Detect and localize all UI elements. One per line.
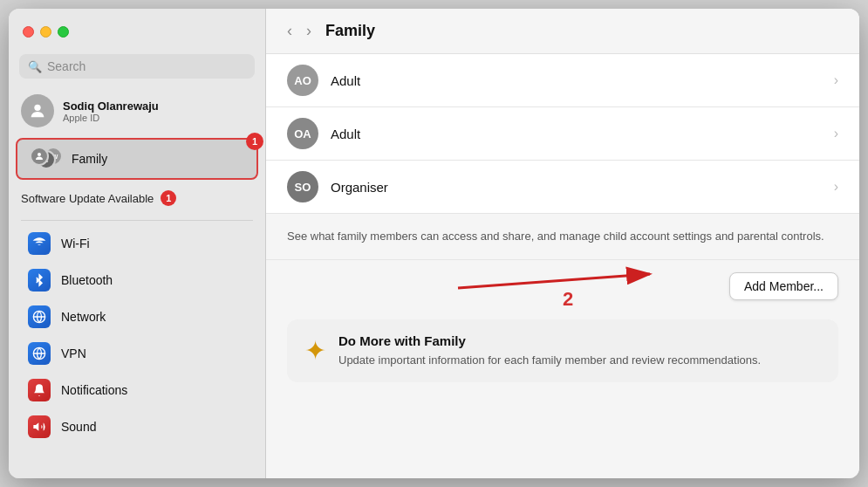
bluetooth-icon [28,269,51,292]
member-role-so: Organiser [331,180,822,195]
network-label: Network [61,310,106,324]
chevron-right-icon-oa: › [834,126,838,141]
main-window: 🔍 Search Sodiq Olanrewaju Apple ID [9,9,859,478]
avatar [21,94,54,127]
software-update-label: Software Update Available [21,192,154,205]
chevron-right-icon-ao: › [834,72,838,88]
family-avatars: C JW [30,147,63,171]
notifications-icon [28,379,51,401]
step2-label: 2 [563,288,573,311]
software-update-badge: 1 [161,190,176,206]
arrow-annotation [441,253,720,297]
notifications-label: Notifications [61,383,127,397]
vpn-icon [28,342,51,365]
forward-button[interactable]: › [303,20,315,42]
main-content: AO Adult › OA Adult › SO Organiser › See… [266,54,859,478]
sound-label: Sound [61,420,96,434]
member-row-so[interactable]: SO Organiser › [266,161,859,214]
member-row-oa[interactable]: OA Adult › [266,107,859,161]
add-member-section: 2 Add Member... [266,260,859,312]
search-icon: 🔍 [28,60,42,73]
promo-card: ✦ Do More with Family Update important i… [287,319,838,383]
main-panel: ‹ › Family AO Adult › OA Adult › SO [266,9,859,478]
svg-marker-4 [33,422,38,430]
member-avatar-so: SO [287,171,318,202]
sidebar-item-notifications[interactable]: Notifications [16,373,258,408]
svg-point-1 [38,153,41,156]
wifi-icon [28,232,51,255]
sidebar-item-sound[interactable]: Sound [16,409,258,444]
divider [21,220,253,221]
sidebar: 🔍 Search Sodiq Olanrewaju Apple ID [9,9,266,478]
sidebar-item-network[interactable]: Network [16,299,258,334]
user-section[interactable]: Sodiq Olanrewaju Apple ID [9,87,265,134]
back-button[interactable]: ‹ [284,20,296,42]
page-title: Family [325,22,375,40]
add-member-button[interactable]: Add Member... [729,272,838,300]
member-role-ao: Adult [331,73,822,88]
titlebar [9,9,265,54]
user-subtitle: Apple ID [63,113,159,123]
network-icon [28,305,51,328]
family-step-badge: 1 [246,133,263,150]
sound-icon [28,415,51,438]
member-avatar-oa: OA [287,118,318,149]
maximize-button[interactable] [58,26,69,38]
chevron-right-icon-so: › [834,179,838,195]
promo-text: Do More with Family Update important inf… [338,333,761,369]
traffic-lights [23,26,69,38]
svg-point-0 [34,105,40,111]
family-description-text: See what family members can access and s… [287,230,824,243]
software-update-row[interactable]: Software Update Available 1 [9,185,265,211]
sidebar-item-bluetooth[interactable]: Bluetooth [16,263,258,298]
search-bar[interactable]: 🔍 Search [19,54,255,79]
members-list: AO Adult › OA Adult › SO Organiser › [266,54,859,214]
member-row-ao[interactable]: AO Adult › [266,54,859,107]
sparkles-icon: ✦ [304,335,326,366]
family-description: See what family members can access and s… [266,214,859,260]
user-info: Sodiq Olanrewaju Apple ID [63,99,159,123]
family-avatar-1 [30,147,49,166]
sidebar-item-vpn[interactable]: VPN [16,336,258,371]
member-role-oa: Adult [331,127,822,141]
user-name: Sodiq Olanrewaju [63,99,159,113]
bluetooth-label: Bluetooth [61,273,113,287]
family-label: Family [72,152,107,166]
vpn-label: VPN [61,346,86,360]
sidebar-item-wifi[interactable]: Wi-Fi [16,226,258,261]
search-label: Search [47,59,85,73]
wifi-label: Wi-Fi [61,237,90,250]
sidebar-item-family[interactable]: C JW Family 1 [16,138,258,180]
member-avatar-ao: AO [287,65,318,96]
promo-title: Do More with Family [338,333,761,348]
promo-description: Update important information for each fa… [338,352,761,369]
add-member-row: 2 Add Member... [266,260,859,312]
minimize-button[interactable] [40,26,51,38]
close-button[interactable] [23,26,34,38]
main-header: ‹ › Family [266,9,859,54]
